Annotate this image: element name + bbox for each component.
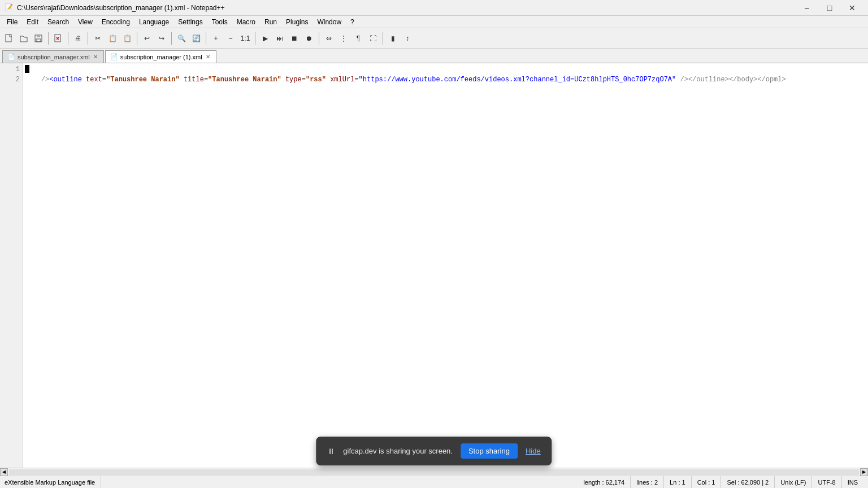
status-bar: eXtensible Markup Language file length :… [0,476,868,488]
word-wrap-button[interactable]: ⇔ [322,32,336,45]
editor-container[interactable]: 1 2 /><outline text="Tanushree Narain" t… [0,63,868,468]
encoding-status: UTF-8 [812,476,841,488]
close-button[interactable]: ✕ [841,0,863,16]
panel-toggle-button[interactable]: ▮ [386,32,400,45]
new-file-button[interactable] [2,32,16,45]
sharing-banner: ⏸ gifcap.dev is sharing your screen. Sto… [316,437,552,465]
undo-button[interactable]: ↩ [140,32,154,45]
toolbar-separator-9 [383,32,383,45]
line-num-2: 2 [0,75,20,85]
file-type-status: eXtensible Markup Language file [5,476,101,488]
toolbar-separator-4 [137,32,137,45]
encoding-label: UTF-8 [818,479,835,486]
menu-item-encoding[interactable]: Encoding [97,17,134,27]
file-type-label: eXtensible Markup Language file [5,479,95,486]
sharing-message: gifcap.dev is sharing your screen. [343,447,453,455]
tab-subscription-manager-xml[interactable]: 📄 subscription_manager.xml ✕ [2,50,104,63]
zoom-in-button[interactable]: + [209,32,223,45]
menu-item-edit[interactable]: Edit [22,17,43,27]
zoom-restore-button[interactable]: 1:1 [238,32,252,45]
hide-button[interactable]: Hide [526,447,541,455]
scroll-left-button[interactable]: ◀ [0,468,8,476]
menu-item-?[interactable]: ? [346,17,359,27]
line-ending-label: Unix (LF) [780,479,806,486]
run-prev-macro-button[interactable]: ⏭ [273,32,287,45]
svg-rect-0 [6,34,11,42]
toolbar-separator-5 [171,32,172,45]
line-num-1: 1 [0,64,20,75]
insert-mode-status: INS [842,476,863,488]
col-label: Col : 1 [697,479,715,486]
paste-button[interactable]: 📋 [120,32,134,45]
start-record-button[interactable]: ⏺ [302,32,316,45]
zoom-out-button[interactable]: − [224,32,237,45]
col-status: Col : 1 [692,476,722,488]
pause-icon: ⏸ [327,447,335,456]
open-file-button[interactable] [17,32,31,45]
scroll-right-button[interactable]: ▶ [860,468,868,476]
find-replace-button[interactable]: 🔄 [189,32,203,45]
print-button[interactable]: 🖨 [71,32,85,45]
fullscreen-button[interactable]: ⛶ [366,32,380,45]
tab-close-1[interactable]: ✕ [92,54,99,60]
line-ending-status: Unix (LF) [775,476,812,488]
tab-close-2[interactable]: ✕ [205,54,211,60]
save-button[interactable] [32,32,45,45]
svg-rect-2 [37,35,40,37]
toolbar-separator-3 [88,32,88,45]
redo-button[interactable]: ↪ [155,32,168,45]
cut-button[interactable]: ✂ [91,32,105,45]
toolbar-separator-8 [319,32,319,45]
tab-subscription-manager-1-xml[interactable]: 📄 subscription_manager (1).xml ✕ [105,50,216,63]
maximize-button[interactable]: □ [818,0,841,16]
ln-label: Ln : 1 [670,479,685,486]
minimize-button[interactable]: – [796,0,818,16]
insert-mode-label: INS [848,479,858,486]
title-text: C:\Users\rajat\Downloads\subscription_ma… [17,4,225,12]
editor-content[interactable]: /><outline text="Tanushree Narain" title… [23,63,868,468]
title-bar-left: 📝 C:\Users\rajat\Downloads\subscription_… [5,3,225,12]
copy-button[interactable]: 📋 [106,32,119,45]
tab-bar: 📄 subscription_manager.xml ✕ 📄 subscript… [0,49,868,63]
title-bar-controls: – □ ✕ [796,0,863,16]
close-doc-button[interactable] [51,32,65,45]
menu-item-plugins[interactable]: Plugins [281,17,313,27]
menu-item-view[interactable]: View [73,17,97,27]
sel-label: Sel : 62,090 | 2 [727,479,769,486]
whitespace-button[interactable]: ¶ [351,32,365,45]
svg-rect-3 [36,39,41,42]
scrollbar-track[interactable] [9,469,859,475]
find-button[interactable]: 🔍 [175,32,188,45]
code-line-2: /><outline text="Tanushree Narain" title… [25,75,866,85]
tab-label-2: subscription_manager (1).xml [120,54,202,60]
menu-item-tools[interactable]: Tools [207,17,232,27]
code-line-1 [25,64,866,75]
menu-item-search[interactable]: Search [43,17,73,27]
length-status: length : 62,174 [578,476,631,488]
menu-item-settings[interactable]: Settings [173,17,207,27]
run-macro-button[interactable]: ▶ [258,32,272,45]
ln-status: Ln : 1 [664,476,692,488]
line-numbers: 1 2 [0,63,23,468]
sel-status: Sel : 62,090 | 2 [721,476,775,488]
stop-macro-button[interactable]: ⏹ [288,32,301,45]
menu-item-file[interactable]: File [2,17,22,27]
title-bar: 📝 C:\Users\rajat\Downloads\subscription_… [0,0,868,16]
sync-scroll-button[interactable]: ↕ [401,32,414,45]
tab-icon-2: 📄 [110,53,118,60]
tab-label-1: subscription_manager.xml [18,54,90,60]
toolbar: 🖨 ✂ 📋 📋 ↩ ↪ 🔍 🔄 + − 1:1 ▶ ⏭ ⏹ ⏺ ⇔ ⋮ ¶ ⛶ … [0,28,868,49]
tab-icon-1: 📄 [7,53,15,60]
menu-item-language[interactable]: Language [134,17,173,27]
horizontal-scrollbar[interactable]: ◀ ▶ [0,468,868,476]
stop-sharing-button[interactable]: Stop sharing [461,443,518,459]
menu-item-window[interactable]: Window [313,17,346,27]
lines-label: lines : 2 [636,479,658,486]
app-icon: 📝 [5,3,14,12]
menu-item-macro[interactable]: Macro [232,17,260,27]
toolbar-separator-1 [48,32,49,45]
length-label: length : 62,174 [583,479,624,486]
indent-guide-button[interactable]: ⋮ [337,32,350,45]
lines-status: lines : 2 [631,476,664,488]
menu-item-run[interactable]: Run [260,17,281,27]
